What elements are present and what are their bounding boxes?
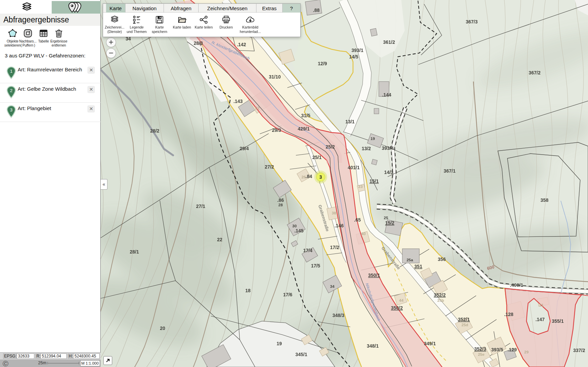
svg-text:22: 22 [255, 106, 260, 110]
svg-text:29/3: 29/3 [272, 127, 281, 133]
svg-text:31: 31 [539, 303, 544, 307]
svg-text:367/1: 367/1 [443, 168, 455, 174]
svg-text:.128: .128 [504, 312, 513, 317]
svg-text:17/5: 17/5 [311, 263, 320, 268]
svg-text:40: 40 [362, 232, 366, 236]
svg-text:14/5: 14/5 [349, 54, 358, 59]
svg-text:25d: 25d [461, 323, 468, 327]
svg-text:356: 356 [438, 257, 446, 262]
svg-text:25a: 25a [406, 258, 413, 262]
svg-text:22: 22 [217, 237, 222, 242]
svg-text:13/1: 13/1 [345, 119, 354, 124]
svg-text:17/6: 17/6 [283, 292, 292, 297]
svg-text:.145: .145 [294, 228, 303, 233]
svg-text:3: 3 [319, 174, 322, 180]
svg-text:401/1: 401/1 [348, 165, 359, 170]
svg-text:337/2: 337/2 [573, 348, 585, 353]
svg-text:29/4: 29/4 [239, 146, 249, 151]
svg-text:350/1: 350/1 [368, 273, 380, 278]
svg-text:27/2: 27/2 [265, 164, 274, 170]
svg-text:44: 44 [399, 298, 404, 302]
svg-text:28: 28 [279, 203, 283, 207]
svg-text:.84: .84 [305, 174, 312, 179]
svg-text:25b: 25b [437, 298, 444, 302]
svg-text:28/3: 28/3 [194, 40, 203, 46]
svg-text:393/5: 393/5 [491, 347, 503, 352]
svg-text:358: 358 [540, 197, 549, 203]
svg-text:.65: .65 [354, 217, 361, 223]
svg-text:351: 351 [414, 264, 422, 269]
svg-text:352/1: 352/1 [458, 317, 470, 322]
svg-text:393/1: 393/1 [351, 48, 363, 53]
svg-text:25/1: 25/1 [312, 155, 321, 160]
svg-text:.147: .147 [535, 317, 544, 322]
svg-text:26: 26 [302, 175, 306, 179]
svg-text:28/2: 28/2 [150, 128, 159, 134]
svg-text:.144: .144 [382, 92, 391, 98]
svg-text:29: 29 [524, 350, 529, 354]
svg-text:31/5: 31/5 [301, 113, 310, 118]
svg-text:30: 30 [292, 224, 297, 228]
svg-text:345/1: 345/1 [295, 352, 307, 357]
svg-text:31/10: 31/10 [269, 74, 281, 80]
svg-text:348/3: 348/3 [332, 313, 344, 318]
svg-text:17/4: 17/4 [303, 248, 312, 253]
svg-text:19: 19 [276, 341, 282, 346]
svg-text:.88: .88 [313, 7, 320, 13]
svg-text:361/2: 361/2 [383, 39, 395, 45]
svg-text:350/2: 350/2 [391, 305, 403, 311]
svg-text:3: 3 [10, 107, 12, 112]
svg-text:17/2: 17/2 [330, 245, 339, 250]
svg-text:.146: .146 [334, 223, 343, 228]
svg-text:27/1: 27/1 [196, 204, 205, 209]
svg-text:349/1: 349/1 [424, 341, 436, 346]
svg-text:20: 20 [160, 326, 165, 331]
svg-text:429/1: 429/1 [298, 126, 309, 132]
svg-text:352/2: 352/2 [434, 292, 446, 298]
svg-text:355/1: 355/1 [552, 318, 564, 324]
svg-text:.400/1: .400/1 [510, 282, 523, 288]
svg-text:25: 25 [384, 216, 388, 220]
svg-text:2: 2 [10, 88, 12, 93]
svg-text:.129: .129 [507, 347, 517, 352]
svg-text:352/3: 352/3 [474, 346, 486, 352]
svg-text:15/2: 15/2 [385, 220, 394, 226]
svg-text:367/2: 367/2 [528, 70, 540, 75]
svg-text:13/2: 13/2 [362, 146, 371, 151]
svg-text:348/1: 348/1 [367, 343, 379, 349]
svg-text:25e: 25e [478, 352, 484, 356]
svg-text:.142: .142 [237, 42, 246, 47]
svg-text:38: 38 [332, 211, 336, 215]
svg-text:28/1: 28/1 [130, 249, 139, 255]
svg-text:19: 19 [371, 137, 375, 141]
svg-text:.143: .143 [233, 99, 242, 104]
svg-text:23: 23 [358, 185, 363, 189]
svg-text:1: 1 [10, 69, 12, 74]
svg-text:18: 18 [245, 288, 251, 293]
svg-text:15/1: 15/1 [369, 178, 379, 184]
svg-text:25/2: 25/2 [325, 144, 335, 150]
svg-text:12/9: 12/9 [318, 61, 327, 66]
svg-text:34: 34 [330, 284, 335, 289]
svg-text:.86: .86 [277, 197, 284, 203]
svg-text:367/3: 367/3 [466, 19, 477, 24]
svg-text:393/4: 393/4 [382, 145, 393, 151]
svg-text:14/3: 14/3 [384, 170, 393, 175]
